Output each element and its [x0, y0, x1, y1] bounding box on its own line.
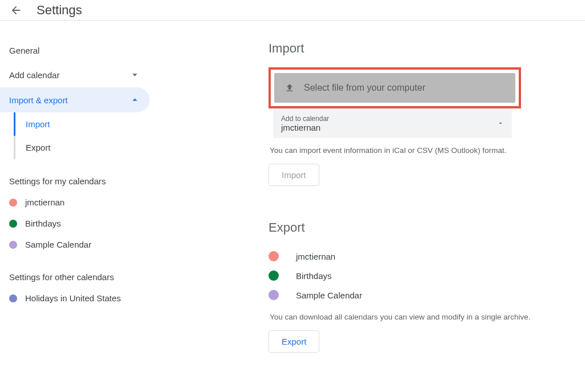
- select-file-button[interactable]: Select file from your computer: [274, 73, 515, 103]
- calendar-color-dot: [269, 270, 279, 281]
- sidebar-cal-jmctiernan[interactable]: jmctiernan: [0, 192, 154, 213]
- calendar-label: Birthdays: [296, 271, 332, 281]
- sidebar-cal-birthdays[interactable]: Birthdays: [0, 213, 154, 234]
- sidebar-sub-import[interactable]: Import: [14, 112, 154, 136]
- import-title: Import: [269, 41, 562, 56]
- export-cal-item: jmctiernan: [269, 246, 562, 266]
- export-title: Export: [269, 220, 562, 235]
- chevron-up-icon: [129, 94, 141, 106]
- sidebar-section-other-calendars: Settings for other calendars: [0, 255, 154, 288]
- sidebar-item-general[interactable]: General: [0, 39, 150, 62]
- export-section: Export jmctiernan Birthdays Sample Calen…: [269, 220, 562, 353]
- import-section: Import Select file from your computer Ad…: [269, 41, 562, 186]
- annotation-highlight: Select file from your computer: [269, 67, 521, 108]
- import-button[interactable]: Import: [269, 164, 319, 186]
- calendar-label: Holidays in United States: [25, 293, 121, 303]
- select-label: Add to calendar: [281, 115, 504, 123]
- dropdown-icon: [497, 120, 504, 127]
- main-content: Import Select file from your computer Ad…: [154, 21, 585, 353]
- export-helper-text: You can download all calendars you can v…: [270, 313, 562, 321]
- import-helper-text: You can import event information in iCal…: [270, 146, 562, 155]
- sidebar-item-label: Import & export: [9, 95, 68, 105]
- back-button[interactable]: [9, 3, 23, 17]
- sidebar-cal-sample[interactable]: Sample Calendar: [0, 234, 154, 255]
- sidebar-section-my-calendars: Settings for my calendars: [0, 159, 154, 192]
- calendar-label: Birthdays: [25, 219, 61, 228]
- sidebar: General Add calendar Import & export Imp…: [0, 21, 154, 353]
- arrow-left-icon: [10, 4, 22, 17]
- calendar-color-dot: [9, 199, 17, 207]
- header: Settings: [0, 0, 585, 21]
- export-cal-item: Sample Calendar: [269, 285, 562, 305]
- calendar-color-dot: [9, 220, 17, 228]
- chevron-down-icon: [129, 69, 141, 80]
- sidebar-cal-holidays[interactable]: Holidays in United States: [0, 288, 154, 309]
- calendar-label: jmctiernan: [25, 197, 65, 207]
- sidebar-item-label: Add calendar: [9, 70, 59, 80]
- upload-icon: [285, 83, 295, 93]
- calendar-color-dot: [269, 251, 279, 261]
- select-file-label: Select file from your computer: [304, 83, 426, 93]
- sidebar-sub-export[interactable]: Export: [14, 136, 154, 159]
- export-cal-item: Birthdays: [269, 266, 562, 285]
- sidebar-item-add-calendar[interactable]: Add calendar: [0, 62, 150, 87]
- page-title: Settings: [37, 3, 82, 18]
- calendar-color-dot: [9, 241, 17, 249]
- calendar-label: Sample Calendar: [25, 240, 91, 249]
- add-to-calendar-select[interactable]: Add to calendar jmctiernan: [273, 108, 512, 138]
- calendar-label: jmctiernan: [296, 252, 335, 261]
- select-value: jmctiernan: [281, 123, 504, 132]
- calendar-label: Sample Calendar: [296, 290, 362, 300]
- calendar-color-dot: [269, 290, 279, 300]
- calendar-color-dot: [9, 294, 17, 302]
- sidebar-item-import-export[interactable]: Import & export: [0, 87, 150, 112]
- export-button[interactable]: Export: [269, 330, 319, 353]
- sidebar-item-label: General: [9, 46, 39, 55]
